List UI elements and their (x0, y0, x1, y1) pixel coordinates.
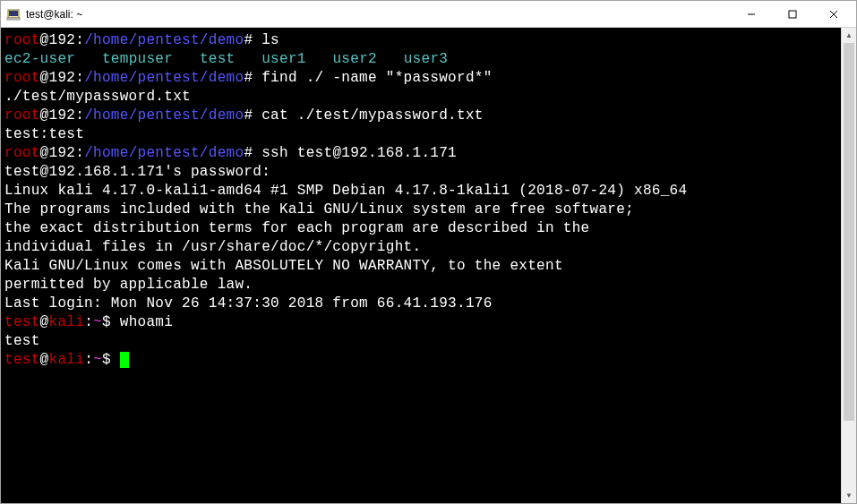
titlebar[interactable]: test@kali: ~ (1, 1, 856, 28)
scroll-down-button[interactable]: ▼ (842, 488, 856, 503)
terminal-line: test@kali:~$ (4, 351, 841, 370)
terminal-line: ./test/mypassword.txt (4, 88, 841, 107)
terminal-line: test:test (4, 125, 841, 144)
app-window: test@kali: ~ root@192:/home/pentest/demo… (0, 0, 857, 504)
terminal[interactable]: root@192:/home/pentest/demo# lsec2-user … (1, 28, 841, 503)
terminal-line: root@192:/home/pentest/demo# ls (4, 31, 841, 50)
svg-rect-2 (7, 18, 20, 20)
svg-rect-4 (789, 11, 796, 18)
close-button[interactable] (813, 2, 854, 27)
terminal-line: Kali GNU/Linux comes with ABSOLUTELY NO … (4, 257, 841, 295)
terminal-line: test@kali:~$ whoami (4, 313, 841, 332)
terminal-line: ec2-user tempuser test user1 user2 user3 (4, 50, 841, 69)
terminal-area: root@192:/home/pentest/demo# lsec2-user … (1, 28, 856, 503)
scroll-up-button[interactable]: ▲ (842, 28, 856, 43)
terminal-line: The programs included with the Kali GNU/… (4, 201, 841, 257)
minimize-button[interactable] (731, 2, 772, 27)
putty-icon (6, 7, 21, 21)
terminal-line: Linux kali 4.17.0-kali1-amd64 #1 SMP Deb… (4, 182, 841, 201)
terminal-line: test@192.168.1.171's password: (4, 163, 841, 182)
window-title: test@kali: ~ (26, 8, 731, 21)
window-controls (731, 2, 854, 27)
scroll-thumb[interactable] (844, 43, 854, 421)
svg-rect-1 (9, 11, 18, 16)
scrollbar[interactable]: ▲ ▼ (841, 28, 856, 503)
terminal-line: root@192:/home/pentest/demo# find ./ -na… (4, 69, 841, 88)
terminal-line: root@192:/home/pentest/demo# ssh test@19… (4, 144, 841, 163)
terminal-line: Last login: Mon Nov 26 14:37:30 2018 fro… (4, 295, 841, 313)
scroll-track[interactable] (842, 43, 856, 488)
terminal-line: test (4, 332, 841, 351)
terminal-line: root@192:/home/pentest/demo# cat ./test/… (4, 107, 841, 125)
maximize-button[interactable] (772, 2, 813, 27)
